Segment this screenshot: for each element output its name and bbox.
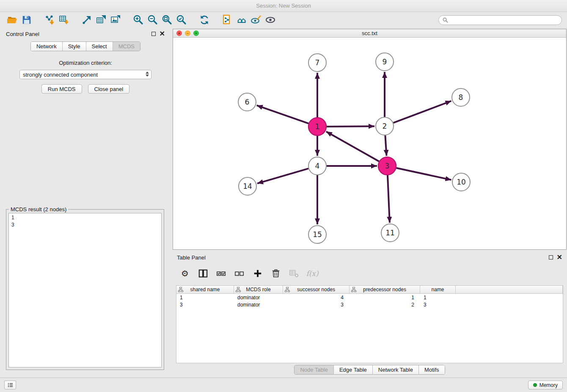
show-hide-details-button[interactable] — [263, 13, 278, 27]
graph-edge-1-2[interactable] — [327, 126, 374, 127]
cell-successor-nodes[interactable]: 3 — [283, 301, 350, 308]
float-window-icon[interactable] — [151, 32, 156, 36]
table-row[interactable]: 3 dominator 3 2 3 — [176, 301, 563, 308]
graph-node-15[interactable]: 15 — [308, 226, 326, 243]
graph-node-11[interactable]: 11 — [381, 224, 399, 242]
column-header-predecessor-nodes[interactable]: predecessor nodes — [350, 286, 420, 294]
close-panel-icon[interactable]: ✕ — [557, 255, 562, 260]
delete-column-icon[interactable] — [270, 268, 281, 279]
svg-text:10: 10 — [457, 178, 466, 186]
cell-shared-name[interactable]: 3 — [176, 301, 234, 308]
open-file-button[interactable] — [5, 13, 19, 27]
import-network-button[interactable] — [42, 13, 57, 27]
tab-motifs[interactable]: Motifs — [418, 365, 445, 374]
save-session-button[interactable] — [19, 13, 34, 27]
network-window: × − + scc.txt 7968124310141511 — [173, 29, 567, 250]
list-icon — [7, 382, 14, 388]
tab-edge-table[interactable]: Edge Table — [333, 365, 372, 374]
column-header-name[interactable]: name — [420, 286, 456, 294]
tab-node-table[interactable]: Node Table — [295, 365, 333, 374]
graph-node-2[interactable]: 2 — [376, 117, 394, 135]
cell-predecessor-nodes[interactable]: 2 — [350, 301, 420, 308]
gear-icon[interactable]: ⚙ — [179, 268, 190, 279]
column-header-successor-nodes[interactable]: successor nodes — [283, 286, 350, 294]
graph-node-3[interactable]: 3 — [378, 157, 396, 175]
cell-name[interactable]: 3 — [420, 301, 456, 308]
search-input[interactable] — [450, 17, 558, 23]
graph-edge-2-8[interactable] — [394, 101, 451, 123]
run-mcds-label: Run MCDS — [48, 86, 76, 92]
graph-edge-1-6[interactable] — [257, 105, 309, 124]
graph-node-8[interactable]: 8 — [452, 88, 470, 106]
zoom-in-button[interactable] — [131, 13, 146, 27]
apply-layout-button[interactable] — [197, 13, 212, 27]
graph-node-1[interactable]: 1 — [308, 118, 326, 135]
zoom-fit-button[interactable] — [160, 13, 174, 27]
graph-edge-3-11[interactable] — [388, 175, 390, 223]
network-graph[interactable]: 7968124310141511 — [173, 38, 566, 249]
export-network-button[interactable] — [80, 13, 94, 27]
control-panel: Control Panel ✕ Network Style Select MCD… — [2, 29, 169, 376]
import-table-button[interactable] — [57, 13, 71, 27]
session-document-button[interactable] — [220, 13, 234, 27]
graph-edge-3-10[interactable] — [396, 168, 451, 180]
close-window-icon[interactable]: × — [176, 30, 182, 36]
close-panel-button[interactable]: Close panel — [88, 84, 130, 94]
add-column-icon[interactable] — [252, 268, 263, 279]
export-image-button[interactable] — [108, 13, 123, 27]
tab-network[interactable]: Network — [31, 42, 62, 51]
column-header-shared-name[interactable]: shared name — [176, 286, 234, 294]
mcds-result-list[interactable]: 1 3 — [8, 213, 162, 367]
cell-successor-nodes[interactable]: 4 — [283, 294, 350, 301]
graph-node-4[interactable]: 4 — [308, 157, 326, 175]
graph-node-9[interactable]: 9 — [376, 53, 394, 71]
deselect-all-icon[interactable] — [234, 268, 245, 279]
home-button[interactable]: ⌂⌂ — [234, 13, 249, 27]
function-builder-icon: f(x) — [307, 268, 318, 279]
main-toolbar: ⌂⌂ — [0, 12, 567, 28]
cell-name[interactable]: 1 — [420, 294, 456, 301]
tab-mcds[interactable]: MCDS — [113, 42, 140, 51]
close-panel-label: Close panel — [94, 86, 124, 92]
column-header-mcds-role[interactable]: MCDS role — [234, 286, 283, 294]
graph-edge-3-1[interactable] — [326, 132, 379, 161]
cell-mcds-role[interactable]: dominator — [234, 294, 283, 301]
graph-node-14[interactable]: 14 — [239, 177, 256, 195]
svg-text:15: 15 — [313, 230, 322, 239]
cell-shared-name[interactable]: 1 — [176, 294, 234, 301]
graph-node-6[interactable]: 6 — [238, 93, 256, 111]
import-table-icon — [58, 14, 69, 25]
search-box[interactable] — [438, 15, 562, 25]
tab-network-table[interactable]: Network Table — [372, 365, 418, 374]
run-mcds-button[interactable]: Run MCDS — [41, 84, 82, 94]
graph-node-10[interactable]: 10 — [452, 173, 470, 191]
select-all-icon[interactable] — [216, 268, 227, 279]
cell-mcds-role[interactable]: dominator — [234, 301, 283, 308]
svg-text:2: 2 — [383, 122, 387, 130]
columns-icon[interactable] — [198, 268, 209, 279]
maximize-window-icon[interactable]: + — [193, 30, 199, 36]
task-history-button[interactable] — [4, 381, 16, 389]
table-row[interactable]: 1 dominator 4 1 1 — [176, 294, 563, 301]
style-preview-button[interactable] — [249, 13, 263, 27]
graph-edge-2-3[interactable] — [385, 135, 386, 156]
cell-predecessor-nodes[interactable]: 1 — [350, 294, 420, 301]
tab-select[interactable]: Select — [86, 42, 113, 51]
close-panel-icon[interactable]: ✕ — [160, 31, 165, 36]
zoom-selected-button[interactable] — [174, 13, 189, 27]
minimize-window-icon[interactable]: − — [185, 30, 190, 36]
graph-node-7[interactable]: 7 — [308, 54, 326, 72]
float-window-icon[interactable] — [549, 255, 553, 259]
optimization-criterion-label: Optimization criterion: — [2, 60, 169, 66]
graph-edge-4-14[interactable] — [257, 168, 308, 183]
network-window-titlebar[interactable]: × − + scc.txt — [173, 29, 566, 38]
zoom-out-button[interactable] — [146, 13, 160, 27]
zoom-in-icon — [133, 14, 144, 25]
column-label: MCDS role — [246, 287, 271, 293]
optimization-criterion-select[interactable]: strongly connected component — [19, 70, 151, 79]
tab-style[interactable]: Style — [62, 42, 86, 51]
svg-text:7: 7 — [315, 58, 320, 67]
export-table-button[interactable] — [94, 13, 108, 27]
network-canvas[interactable]: 7968124310141511 — [173, 38, 566, 249]
memory-button[interactable]: Memory — [528, 381, 563, 389]
